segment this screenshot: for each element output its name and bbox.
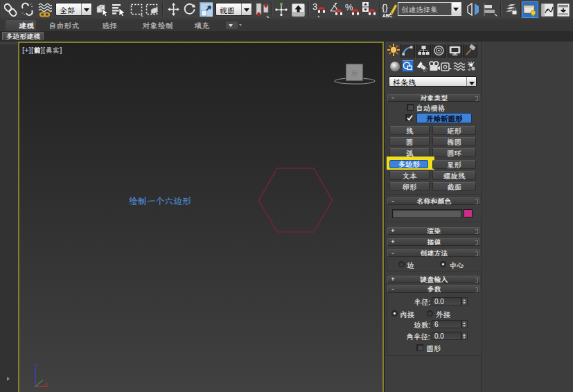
svg-text:后: 后	[351, 69, 358, 78]
svg-text:%: %	[345, 2, 353, 12]
svg-text:{}: {}	[382, 2, 389, 12]
svg-text:3: 3	[312, 1, 317, 12]
svg-text:ABC: ABC	[382, 13, 392, 18]
